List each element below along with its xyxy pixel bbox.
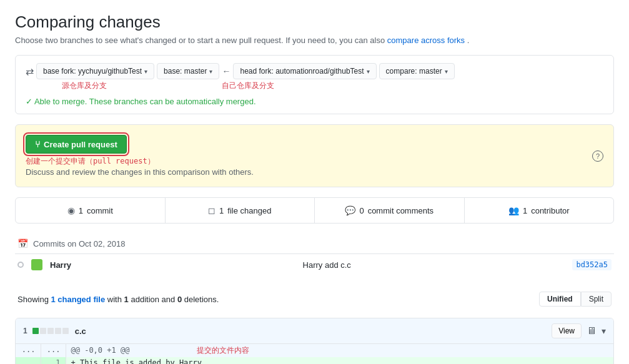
diff-add-num-left — [16, 357, 41, 364]
file-changed-header: Showing 1 changed file with 1 addition a… — [15, 285, 614, 313]
commit-author: Harry — [50, 260, 81, 270]
avatar — [31, 259, 42, 270]
diff-hunk-header: @@ -0,0 +1 @@ 提交的文件内容 — [66, 344, 613, 357]
additions-bar — [32, 328, 70, 334]
head-fork-selector[interactable]: head fork: automationroad/githubTest ▾ — [233, 63, 376, 79]
arrow-left-icon: ← — [222, 66, 230, 76]
view-toggle: Unified Split — [539, 292, 612, 307]
diff-table: ... ... @@ -0,0 +1 @@ 提交的文件内容 1 + This f… — [16, 344, 613, 364]
file-diff: 1 c.c View 🖥 ▾ ... ... — [15, 318, 614, 364]
create-pr-annotation: 创建一个提交申请（pull request） — [26, 156, 254, 167]
view-file-button[interactable]: View — [552, 323, 582, 338]
diff-hunk-num-right: ... — [41, 344, 66, 357]
file-icon: ◻ — [208, 205, 215, 215]
chevron-down-icon: ▾ — [209, 68, 212, 75]
base-branch-selector[interactable]: base: master ▾ — [157, 63, 219, 79]
calendar-icon: 📅 — [17, 239, 28, 248]
chevron-down-icon: ▾ — [367, 68, 370, 75]
create-pull-request-button[interactable]: ⑂ Create pull request — [26, 135, 127, 154]
create-pr-left: ⑂ Create pull request 创建一个提交申请（pull requ… — [26, 135, 254, 177]
create-pr-box: ⑂ Create pull request 创建一个提交申请（pull requ… — [15, 124, 614, 187]
monitor-icon: 🖥 — [587, 325, 597, 337]
pull-request-icon: ⑂ — [35, 139, 40, 149]
diff-hunk-row: ... ... @@ -0,0 +1 @@ 提交的文件内容 — [16, 344, 613, 357]
stat-commits: ◉ 1 commit — [16, 198, 166, 223]
commit-row: Harry Harry add c.c bd352a5 — [15, 253, 614, 275]
commit-dot-icon — [17, 262, 24, 268]
stat-contributors: 👥 1 contributor — [465, 198, 614, 223]
unified-view-button[interactable]: Unified — [539, 292, 581, 307]
chevron-down-icon[interactable]: ▾ — [602, 326, 606, 336]
chevron-down-icon: ▾ — [445, 68, 448, 75]
base-fork-selector[interactable]: base fork: yychuyu/githubTest ▾ — [36, 63, 154, 79]
diff-add-num-right: 1 — [41, 357, 66, 364]
diff-annotation: 提交的文件内容 — [197, 346, 249, 355]
stat-files-changed: ◻ 1 file changed — [166, 198, 315, 223]
file-diff-header: 1 c.c View 🖥 ▾ — [16, 318, 613, 344]
commit-message: Harry add c.c — [89, 260, 565, 270]
diff-add-row: 1 + This file is added by Harry — [16, 357, 613, 364]
commits-section: 📅 Commits on Oct 02, 2018 Harry Harry ad… — [15, 234, 614, 275]
branch-selectors: ⇄ base fork: yychuyu/githubTest ▾ base: … — [26, 63, 603, 79]
chevron-down-icon: ▾ — [144, 68, 147, 75]
page-subtitle: Choose two branches to see what's change… — [15, 36, 614, 45]
page-title: Comparing changes — [15, 12, 614, 32]
split-view-button[interactable]: Split — [581, 292, 612, 307]
commit-icon: ◉ — [67, 205, 75, 215]
people-icon: 👥 — [508, 205, 519, 215]
diff-hunk-num-left: ... — [16, 344, 41, 357]
help-icon[interactable]: ? — [592, 150, 603, 162]
merge-status: ✓ Able to merge. These branches can be a… — [26, 97, 256, 106]
stats-bar: ◉ 1 commit ◻ 1 file changed 💬 0 commit c… — [15, 197, 614, 224]
compare-branch-selector[interactable]: compare: master ▾ — [379, 63, 455, 79]
branch-bar: ⇄ base fork: yychuyu/githubTest ▾ base: … — [15, 55, 614, 114]
compare-forks-link[interactable]: compare across forks — [387, 36, 465, 45]
create-pr-description: Discuss and review the changes in this c… — [26, 167, 254, 177]
annotation-base-fork: 源仓库及分支 — [62, 81, 107, 91]
diff-file-number: 1 — [23, 327, 27, 335]
diff-file-name: c.c — [75, 327, 86, 336]
stat-commit-comments: 💬 0 commit comments — [315, 198, 465, 223]
diff-add-content: + This file is added by Harry — [66, 357, 613, 364]
annotation-head-fork: 自己仓库及分支 — [222, 81, 274, 91]
swap-icon: ⇄ — [26, 66, 34, 77]
commits-date-header: 📅 Commits on Oct 02, 2018 — [15, 234, 614, 253]
comment-icon: 💬 — [345, 205, 355, 215]
changed-file-link[interactable]: 1 changed file — [51, 295, 106, 304]
commit-hash[interactable]: bd352a5 — [572, 259, 612, 270]
